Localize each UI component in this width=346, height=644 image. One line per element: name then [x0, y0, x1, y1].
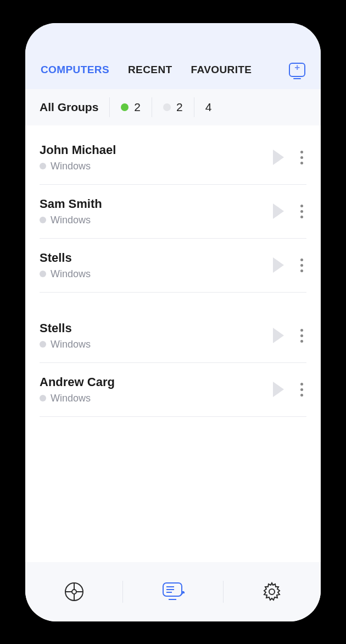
bottom-nav [25, 562, 321, 621]
tab-recent[interactable]: RECENT [128, 64, 172, 76]
tab-favourite[interactable]: FAVOURITE [191, 64, 252, 76]
list-item[interactable]: Stells Windows [40, 239, 306, 293]
connect-play-icon[interactable] [273, 382, 284, 397]
connect-play-icon[interactable] [273, 203, 284, 219]
computer-name: Andrew Carg [40, 375, 273, 389]
os-label: Windows [51, 393, 91, 404]
more-options-button[interactable] [297, 147, 306, 168]
online-dot-icon [121, 103, 129, 111]
computer-name: Stells [40, 321, 273, 335]
tabs-row: COMPUTERS RECENT FAVOURITE [25, 63, 321, 89]
divider [122, 581, 123, 603]
list-item[interactable]: Sam Smith Windows [40, 185, 306, 239]
computer-name: Sam Smith [40, 197, 273, 211]
groups-filter-bar: All Groups 2 2 4 [25, 89, 321, 125]
status-dot-icon [40, 341, 46, 348]
computer-name: John Michael [40, 143, 273, 157]
computer-os: Windows [40, 268, 273, 280]
connect-play-icon[interactable] [273, 257, 284, 273]
connect-play-icon[interactable] [273, 150, 284, 165]
more-options-button[interactable] [297, 379, 306, 400]
status-dot-icon [40, 217, 46, 223]
svg-point-1 [72, 590, 76, 594]
more-options-button[interactable] [297, 255, 306, 276]
offline-count[interactable]: 2 [152, 101, 194, 114]
header: COMPUTERS RECENT FAVOURITE [25, 23, 321, 89]
computer-os: Windows [40, 161, 273, 172]
connect-play-icon[interactable] [273, 328, 284, 343]
nav-settings-icon[interactable] [261, 581, 283, 603]
groups-title[interactable]: All Groups [40, 101, 109, 114]
tab-computers[interactable]: COMPUTERS [41, 64, 109, 76]
online-count-value: 2 [134, 101, 141, 114]
offline-dot-icon [163, 103, 171, 111]
status-dot-icon [40, 271, 46, 277]
add-computer-button[interactable] [289, 63, 305, 77]
status-dot-icon [40, 395, 46, 401]
online-count[interactable]: 2 [110, 101, 152, 114]
computer-os: Windows [40, 393, 273, 404]
nav-remote-icon[interactable] [63, 581, 85, 603]
os-label: Windows [51, 161, 91, 172]
status-dot-icon [40, 163, 46, 169]
list-item[interactable]: Stells Windows [40, 309, 306, 363]
offline-count-value: 2 [176, 101, 183, 114]
list-item[interactable]: Andrew Carg Windows [40, 363, 306, 417]
computers-list: John Michael Windows Sam Smith Windows [25, 125, 321, 562]
total-count[interactable]: 4 [194, 101, 223, 114]
nav-computers-icon[interactable] [161, 581, 185, 603]
divider [223, 581, 224, 603]
computer-os: Windows [40, 214, 273, 226]
os-label: Windows [51, 339, 91, 350]
computer-name: Stells [40, 251, 273, 265]
svg-point-11 [269, 589, 275, 595]
list-item[interactable]: John Michael Windows [40, 131, 306, 185]
os-label: Windows [51, 268, 91, 280]
app-frame: COMPUTERS RECENT FAVOURITE All Groups 2 … [25, 23, 321, 621]
more-options-button[interactable] [297, 326, 306, 346]
more-options-button[interactable] [297, 201, 306, 222]
computer-os: Windows [40, 339, 273, 350]
total-count-value: 4 [205, 101, 212, 114]
os-label: Windows [51, 214, 91, 226]
